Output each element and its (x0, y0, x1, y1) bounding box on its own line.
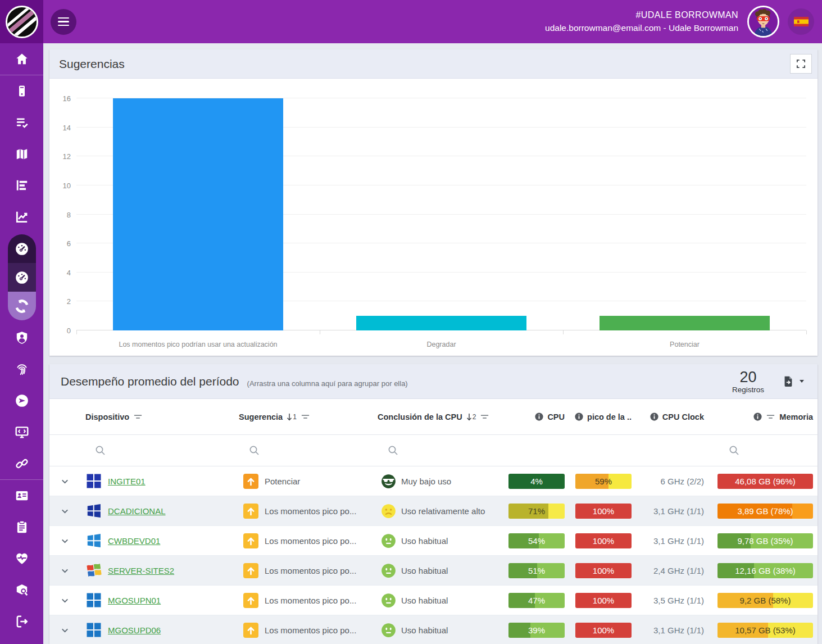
neutral-face-icon (381, 593, 396, 608)
fullscreen-button[interactable] (790, 54, 812, 74)
windows-logo-icon (85, 592, 102, 609)
sidebar-item-devices[interactable] (0, 75, 43, 107)
language-flag-button[interactable] (788, 8, 814, 35)
chart-bar-2[interactable] (356, 316, 527, 330)
device-icon (15, 84, 29, 98)
search-input-memoria[interactable] (707, 445, 818, 456)
table-row: CWBDEVD01Los momentos pico po...Uso habi… (49, 526, 818, 556)
user-avatar[interactable] (747, 6, 779, 38)
neutral-face-icon (381, 563, 396, 578)
neutral-face-icon (381, 623, 396, 638)
expand-icon (796, 59, 806, 69)
sidebar-item-home[interactable] (0, 43, 43, 75)
x-axis-tick (563, 330, 564, 334)
sidebar-item-contact-card[interactable] (0, 480, 43, 511)
sidebar-item-send[interactable] (0, 385, 43, 416)
cpu-peak-badge: 100% (575, 533, 632, 548)
sidebar-item-logout[interactable] (0, 606, 43, 637)
filter-icon[interactable] (480, 413, 489, 421)
suggestion-up-arrow-icon (243, 504, 258, 519)
sidebar-item-connections[interactable] (0, 448, 43, 479)
sidebar-item-dashboard-gauge-active[interactable] (8, 234, 36, 263)
sidebar-item-audit-search[interactable] (0, 574, 43, 606)
memory-badge: 9,2 GB (58%) (717, 593, 813, 608)
row-expand-chevron-icon[interactable] (60, 536, 70, 546)
remote-desktop-icon (15, 425, 29, 439)
device-link[interactable]: INGITE01 (108, 477, 146, 486)
cpu-peak-badge: 100% (575, 593, 632, 608)
suggestion-up-arrow-icon (243, 563, 258, 578)
chart-bar-3[interactable] (600, 316, 770, 330)
sidebar-item-tasks[interactable] (0, 107, 43, 138)
table-row: MGOSUPN01Los momentos pico po...Uso habi… (49, 586, 818, 615)
column-label: Sugerencia (239, 412, 283, 421)
x-axis-tick (320, 330, 320, 334)
row-expand-chevron-icon[interactable] (60, 566, 70, 575)
search-input-conclusion[interactable] (373, 445, 499, 456)
windows-logo-icon (85, 502, 102, 519)
suggestion-text: Los momentos pico po... (265, 536, 356, 546)
y-axis-tick: 2 (54, 297, 71, 306)
export-button[interactable] (782, 375, 804, 388)
cpu-clock-value: 3,1 GHz (1/1) (634, 536, 707, 546)
device-link[interactable]: MGOSUPN01 (108, 596, 161, 605)
app-logo-icon (6, 6, 38, 38)
sidebar-item-ranking[interactable] (0, 170, 43, 201)
conclusion-text: Uso habitual (401, 566, 448, 575)
row-expand-chevron-icon[interactable] (60, 625, 70, 635)
filter-icon[interactable] (301, 413, 310, 421)
row-expand-chevron-icon[interactable] (60, 506, 70, 516)
info-icon[interactable] (575, 412, 583, 421)
row-expand-chevron-icon[interactable] (60, 477, 70, 486)
sidebar-item-security-user[interactable] (0, 322, 43, 353)
export-caret-icon (800, 380, 804, 383)
sidebar-item-clipboard[interactable] (0, 511, 43, 543)
hamburger-menu-button[interactable] (51, 9, 76, 35)
sidebar-item-health[interactable] (0, 543, 43, 574)
device-link[interactable]: DCADICIONAL (108, 506, 166, 516)
topbar: #UDALE BORROWMAN udale.borrowman@email.c… (43, 0, 822, 43)
x-axis-tick (806, 330, 807, 334)
column-header-dispositivo[interactable]: Dispositivo (80, 412, 232, 421)
y-axis-tick: 16 (54, 94, 71, 103)
sidebar-item-remote-desktop[interactable] (0, 416, 43, 448)
sidebar-dashboard-group (8, 234, 36, 320)
column-header-pico[interactable]: pico de la .. (566, 412, 634, 421)
search-input-dispositivo[interactable] (80, 445, 232, 456)
windows-logo-icon (85, 532, 102, 549)
column-header-cpu[interactable]: CPU (499, 412, 566, 421)
table-body: INGITE01PotenciarMuy bajo uso4%59%6 GHz … (49, 466, 818, 644)
search-input-sugerencia[interactable] (232, 445, 373, 456)
info-icon[interactable] (753, 412, 762, 421)
performance-card-header: Desempeño promedio del período (Arrastra… (49, 364, 818, 399)
column-header-sugerencia[interactable]: Sugerencia 1 (232, 412, 373, 421)
sidebar-item-map[interactable] (0, 138, 43, 170)
memory-badge: 10,57 GB (53%) (717, 623, 813, 638)
column-header-cpu-clock[interactable]: CPU Clock (634, 412, 707, 421)
sidebar-item-trends[interactable] (0, 201, 43, 233)
device-link[interactable]: CWBDEVD01 (108, 536, 160, 546)
x-axis-label: Los momentos pico podrían usar una actua… (119, 341, 277, 348)
line-chart-icon (15, 210, 29, 224)
y-axis-tick: 4 (54, 269, 71, 277)
chart-bar-1[interactable] (113, 98, 284, 330)
sidebar-item-dashboard-gauge-alt[interactable] (8, 263, 36, 292)
suggestion-up-arrow-icon (243, 593, 258, 608)
sidebar-item-usage-donut[interactable] (8, 292, 36, 320)
sidebar-item-fingerprint[interactable] (0, 353, 43, 385)
filter-icon[interactable] (766, 413, 775, 421)
gauge-icon (15, 242, 29, 256)
suggestion-text: Los momentos pico po... (265, 596, 356, 605)
filter-icon[interactable] (133, 413, 143, 421)
info-icon[interactable] (535, 412, 543, 421)
device-link[interactable]: SERVER-SITES2 (108, 566, 174, 575)
cpu-badge: 54% (508, 533, 565, 548)
list-check-icon (15, 115, 29, 130)
table-row: SERVER-SITES2Los momentos pico po...Uso … (49, 556, 818, 586)
device-link[interactable]: MGOSUPD06 (108, 625, 161, 635)
column-header-conclusion-cpu[interactable]: Conclusión de la CPU 2 (373, 412, 499, 421)
info-icon[interactable] (650, 412, 658, 421)
row-expand-chevron-icon[interactable] (60, 596, 70, 605)
column-header-memoria[interactable]: Memoria (707, 412, 818, 421)
cpu-clock-value: 2,4 GHz (1/1) (634, 566, 707, 575)
